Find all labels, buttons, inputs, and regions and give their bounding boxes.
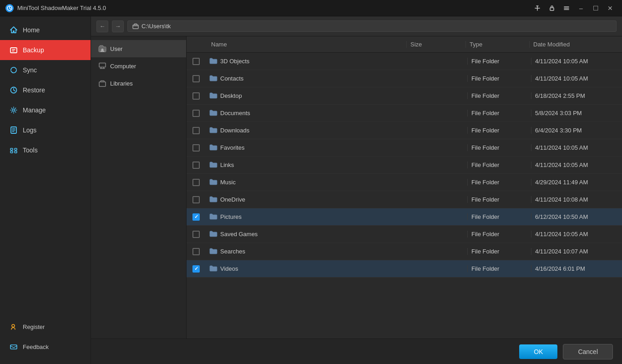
- file-name-text: Videos: [220, 265, 238, 272]
- table-row[interactable]: ContactsFile Folder4/11/2024 10:05 AM: [187, 70, 622, 87]
- sidebar-item-manage[interactable]: Manage: [0, 100, 91, 120]
- register-icon: [9, 322, 18, 331]
- table-row[interactable]: DocumentsFile Folder5/8/2024 3:03 PM: [187, 105, 622, 122]
- forward-button[interactable]: →: [112, 20, 124, 32]
- logs-icon: [9, 126, 18, 135]
- file-checkbox[interactable]: [192, 231, 200, 238]
- table-row[interactable]: DesktopFile Folder6/18/2024 2:55 PM: [187, 87, 622, 105]
- tools-icon: [9, 146, 18, 155]
- sidebar-item-sync[interactable]: Sync: [0, 60, 91, 80]
- file-checkbox[interactable]: [192, 248, 200, 255]
- sidebar-feedback-label: Feedback: [23, 344, 49, 350]
- file-name-text: OneDrive: [220, 196, 245, 203]
- checkbox-wrap: [187, 213, 206, 221]
- svg-rect-6: [10, 148, 13, 150]
- file-checkbox[interactable]: [192, 58, 200, 65]
- tree-item-user[interactable]: User: [91, 40, 186, 57]
- lock-icon-btn[interactable]: [546, 2, 558, 15]
- file-checkbox[interactable]: [192, 92, 200, 100]
- folder-icon: [209, 143, 217, 152]
- file-checkbox[interactable]: [192, 144, 200, 152]
- folder-icon: [209, 126, 217, 135]
- table-row[interactable]: VideosFile Folder4/16/2024 6:01 PM: [187, 260, 622, 278]
- file-checkbox[interactable]: [192, 110, 200, 117]
- checkbox-wrap: [187, 144, 206, 152]
- svg-rect-2: [10, 48, 17, 53]
- file-date-cell: 4/29/2024 11:49 AM: [531, 179, 622, 186]
- checkbox-wrap: [187, 58, 206, 65]
- back-button[interactable]: ←: [96, 20, 108, 32]
- file-name-text: Music: [220, 179, 236, 186]
- table-row[interactable]: Saved GamesFile Folder4/11/2024 10:05 AM: [187, 226, 622, 243]
- file-name-cell: Pictures: [206, 212, 408, 221]
- user-folder-icon: [98, 45, 106, 53]
- tree-item-libraries[interactable]: Libraries: [91, 75, 186, 92]
- file-name-text: Favorites: [220, 144, 244, 151]
- menu-icon-btn[interactable]: [560, 2, 573, 15]
- file-type-cell: File Folder: [467, 248, 531, 255]
- sidebar-item-feedback[interactable]: Feedback: [0, 337, 91, 357]
- tree-item-computer[interactable]: Computer: [91, 57, 186, 75]
- svg-rect-16: [99, 82, 106, 86]
- sidebar: Home Backup Sync Restore: [0, 16, 91, 364]
- file-type-cell: File Folder: [467, 144, 531, 151]
- table-row[interactable]: DownloadsFile Folder6/4/2024 3:30 PM: [187, 122, 622, 139]
- table-row[interactable]: FavoritesFile Folder4/11/2024 10:05 AM: [187, 139, 622, 157]
- cancel-button[interactable]: Cancel: [563, 344, 613, 359]
- table-row[interactable]: PicturesFile Folder6/12/2024 10:50 AM: [187, 208, 622, 226]
- file-date-cell: 6/18/2024 2:55 PM: [531, 92, 622, 99]
- sidebar-item-home[interactable]: Home: [0, 20, 91, 40]
- breadcrumb-path: C:\Users\tk: [127, 20, 617, 32]
- file-name-text: Documents: [220, 110, 250, 116]
- checkbox-wrap: [187, 179, 206, 186]
- path-icon: [132, 23, 139, 30]
- file-checkbox[interactable]: [192, 196, 200, 203]
- sidebar-register-label: Register: [23, 324, 45, 330]
- backup-icon: [9, 46, 18, 55]
- file-date-cell: 4/11/2024 10:05 AM: [531, 58, 622, 65]
- file-checkbox[interactable]: [192, 75, 200, 82]
- sidebar-sync-label: Sync: [23, 66, 37, 74]
- file-type-cell: File Folder: [467, 196, 531, 203]
- file-checkbox[interactable]: [192, 162, 200, 169]
- sidebar-item-logs[interactable]: Logs: [0, 120, 91, 140]
- file-name-text: Searches: [220, 248, 245, 255]
- table-row[interactable]: SearchesFile Folder4/11/2024 10:07 AM: [187, 243, 622, 260]
- restore-button[interactable]: ☐: [589, 2, 602, 15]
- checkbox-wrap: [187, 127, 206, 134]
- sidebar-item-restore[interactable]: Restore: [0, 80, 91, 100]
- libraries-icon: [98, 79, 106, 87]
- file-type-cell: File Folder: [467, 265, 531, 272]
- file-type-cell: File Folder: [467, 162, 531, 168]
- file-checkbox[interactable]: [192, 179, 200, 186]
- file-date-cell: 4/11/2024 10:05 AM: [531, 144, 622, 151]
- close-button[interactable]: ✕: [604, 2, 617, 15]
- file-list: Name Size Type Date Modified 3D ObjectsF…: [187, 36, 622, 339]
- file-type-cell: File Folder: [467, 179, 531, 186]
- folder-icon: [209, 195, 217, 204]
- sidebar-item-backup[interactable]: Backup: [0, 40, 91, 60]
- ok-button[interactable]: OK: [519, 344, 557, 359]
- table-row[interactable]: LinksFile Folder4/11/2024 10:05 AM: [187, 157, 622, 174]
- header-type: Type: [465, 41, 529, 48]
- checkbox-wrap: [187, 196, 206, 203]
- settings-icon-btn[interactable]: [531, 2, 544, 15]
- file-checkbox[interactable]: [192, 127, 200, 134]
- checkbox-wrap: [187, 231, 206, 238]
- checkbox-wrap: [187, 248, 206, 255]
- file-checkbox[interactable]: [192, 213, 200, 221]
- minimize-button[interactable]: –: [575, 2, 587, 15]
- folder-icon: [209, 57, 217, 66]
- file-name-cell: Videos: [206, 264, 408, 273]
- file-checkbox[interactable]: [192, 265, 200, 273]
- table-row[interactable]: OneDriveFile Folder4/11/2024 10:08 AM: [187, 191, 622, 208]
- table-row[interactable]: MusicFile Folder4/29/2024 11:49 AM: [187, 174, 622, 191]
- title-bar: MiniTool ShadowMaker Trial 4.5.0 – ☐ ✕: [0, 0, 622, 16]
- sidebar-item-tools[interactable]: Tools: [0, 140, 91, 160]
- file-name-text: Links: [220, 162, 234, 168]
- sidebar-item-register[interactable]: Register: [0, 317, 91, 337]
- file-date-cell: 6/12/2024 10:50 AM: [531, 213, 622, 220]
- table-row[interactable]: 3D ObjectsFile Folder4/11/2024 10:05 AM: [187, 53, 622, 70]
- tree-computer-label: Computer: [110, 63, 136, 70]
- content-area: ← → C:\Users\tk User: [91, 16, 622, 364]
